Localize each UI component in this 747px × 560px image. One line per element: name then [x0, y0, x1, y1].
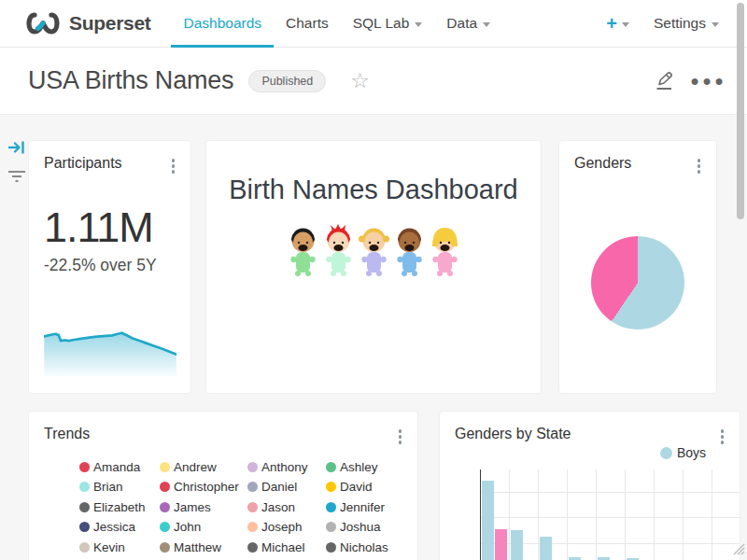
legend-item-kevin[interactable]: Kevin	[79, 540, 160, 554]
legend-dot	[160, 462, 170, 472]
legend-item-christopher[interactable]: Christopher	[160, 480, 247, 494]
legend-dot	[79, 522, 90, 532]
bar-boys[interactable]	[511, 530, 523, 560]
gridline	[654, 469, 655, 560]
legend-item-anthony[interactable]: Anthony	[247, 460, 326, 474]
legend-dot	[79, 502, 90, 512]
gridline	[712, 469, 712, 560]
chart-menu-kebab-icon[interactable]	[695, 155, 704, 177]
nav-menu: DashboardsChartsSQL LabData	[171, 0, 502, 47]
legend-dot	[326, 542, 336, 553]
legend-item-nicholas[interactable]: Nicholas	[326, 540, 416, 554]
chevron-down-icon	[712, 22, 719, 27]
kid-illustration	[394, 224, 425, 276]
legend-label: Matthew	[174, 540, 221, 554]
dashboard-header: USA Births Names Published ☆ ● ● ●	[0, 48, 747, 115]
legend-item-michael[interactable]: Michael	[247, 540, 326, 554]
legend-item-jason[interactable]: Jason	[247, 500, 326, 514]
filter-bar-collapsed	[7, 139, 28, 184]
gridline	[480, 492, 740, 493]
legend-item-ashley[interactable]: Ashley	[326, 460, 416, 474]
legend-label: Amanda	[93, 460, 140, 474]
kid-illustration	[430, 224, 460, 276]
more-actions-icon[interactable]: ● ● ●	[690, 73, 725, 90]
chart-menu-kebab-icon[interactable]	[718, 426, 727, 448]
genders-by-state-bar-chart[interactable]: 5M4M3M	[477, 469, 740, 560]
children-illustration	[206, 224, 541, 276]
legend-item-jessica[interactable]: Jessica	[79, 520, 160, 534]
gridline	[683, 469, 684, 560]
chart-title: Participants	[44, 155, 122, 172]
legend-item-david[interactable]: David	[326, 480, 416, 494]
chart-card-genders-by-state: Genders by State Boys 5M4M3M	[439, 411, 740, 560]
chart-menu-kebab-icon[interactable]	[169, 155, 178, 177]
legend-label: Brian	[93, 480, 123, 494]
legend-item-joseph[interactable]: Joseph	[247, 520, 326, 534]
chart-title: Genders by State	[455, 426, 571, 442]
kid-illustration	[288, 224, 318, 276]
superset-logo[interactable]: Superset	[24, 11, 150, 35]
legend-label: Jessica	[93, 520, 135, 534]
bar-girls[interactable]	[495, 529, 507, 560]
legend-item-daniel[interactable]: Daniel	[247, 480, 326, 494]
legend-label: Daniel	[261, 480, 297, 494]
legend-dot	[160, 522, 170, 532]
legend-dot	[247, 502, 258, 512]
legend-dot	[326, 482, 336, 492]
big-number-value: 1.11M	[44, 203, 190, 252]
kid-illustration	[359, 224, 389, 276]
chart-title: Trends	[44, 426, 90, 442]
gridline	[509, 469, 510, 560]
chart-menu-kebab-icon[interactable]	[396, 426, 405, 448]
legend-item-matthew[interactable]: Matthew	[160, 540, 247, 554]
nav-item-data[interactable]: Data	[434, 0, 502, 47]
nav-item-label: Data	[446, 15, 477, 32]
edit-pencil-icon[interactable]	[653, 70, 675, 92]
trends-legend: AmandaAndrewAnthonyAshleyBrianChristophe…	[79, 460, 417, 560]
legend-item-elizabeth[interactable]: Elizabeth	[79, 500, 160, 514]
superset-infinity-icon	[24, 11, 62, 35]
nav-item-label: Charts	[286, 15, 329, 32]
legend-item-jennifer[interactable]: Jennifer	[326, 500, 416, 514]
nav-item-label: Dashboards	[183, 15, 261, 32]
gridline	[480, 517, 740, 518]
legend-label: Michael	[261, 540, 305, 554]
nav-item-charts[interactable]: Charts	[274, 0, 341, 47]
markdown-heading: Birth Names Dashboard	[206, 175, 541, 205]
gridline	[596, 469, 597, 560]
settings-menu[interactable]: Settings	[654, 15, 719, 32]
chart-card-participants: Participants 1.11M -22.5% over 5Y	[28, 140, 191, 394]
favorite-star-icon[interactable]: ☆	[350, 70, 370, 91]
chevron-down-icon	[483, 22, 490, 27]
chevron-down-icon	[622, 22, 629, 27]
legend-item-andrew[interactable]: Andrew	[160, 460, 247, 474]
gridline	[625, 469, 626, 560]
legend-item-brian[interactable]: Brian	[79, 480, 160, 494]
new-item-button[interactable]: +	[606, 14, 629, 33]
nav-item-dashboards[interactable]: Dashboards	[171, 0, 274, 47]
vertical-scrollbar-thumb[interactable]	[737, 3, 744, 219]
legend-dot	[79, 542, 90, 553]
chart-card-trends: Trends AmandaAndrewAnthonyAshleyBrianChr…	[28, 411, 418, 560]
bar-boys[interactable]	[482, 481, 494, 560]
legend-item-boys[interactable]: Boys	[660, 445, 706, 460]
legend-label: John	[174, 520, 201, 534]
filter-icon[interactable]	[7, 169, 26, 184]
genders-pie-chart[interactable]	[591, 236, 684, 329]
expand-filter-bar-icon[interactable]	[7, 139, 26, 156]
bar-boys[interactable]	[540, 537, 552, 560]
legend-item-james[interactable]: James	[160, 500, 247, 514]
legend-item-john[interactable]: John	[160, 520, 247, 534]
kid-illustration	[323, 224, 354, 276]
card-resize-handle-icon[interactable]	[730, 540, 745, 555]
published-badge[interactable]: Published	[248, 70, 326, 92]
legend-item-amanda[interactable]: Amanda	[79, 460, 160, 474]
legend-label: Jennifer	[340, 500, 385, 514]
legend-label: Christopher	[174, 480, 239, 494]
legend-dot	[326, 522, 336, 532]
legend-dot	[326, 502, 336, 512]
legend-label: Joseph	[261, 520, 303, 534]
legend-item-joshua[interactable]: Joshua	[326, 520, 416, 534]
plus-icon: +	[606, 14, 617, 33]
nav-item-sql-lab[interactable]: SQL Lab	[341, 0, 435, 47]
